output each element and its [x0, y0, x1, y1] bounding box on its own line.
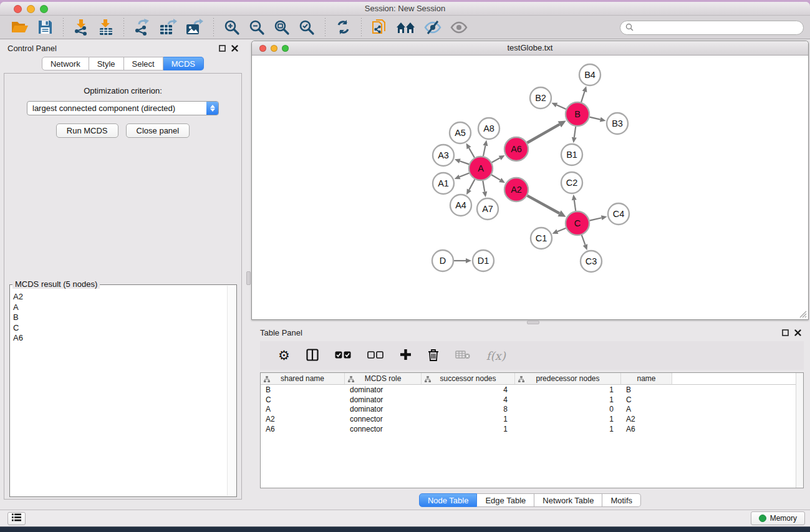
table-cell[interactable]: dominator [345, 404, 422, 414]
splitter-grip[interactable] [527, 321, 539, 324]
graph-edge-C-C1[interactable] [557, 228, 566, 232]
run-mcds-button[interactable]: Run MCDS [56, 123, 118, 138]
search-box[interactable] [620, 21, 804, 35]
zoom-selected-button[interactable] [294, 18, 319, 37]
import-table-button[interactable] [94, 17, 118, 37]
tab-style[interactable]: Style [89, 57, 124, 70]
horizontal-splitter[interactable] [251, 320, 809, 325]
graph-edge-A2-C[interactable] [528, 196, 560, 213]
splitter-grip[interactable] [246, 271, 251, 285]
show-log-button[interactable] [7, 512, 26, 525]
table-cell[interactable]: 4 [422, 385, 515, 395]
tab-edge-table[interactable]: Edge Table [477, 493, 534, 507]
result-list-item[interactable]: C [13, 323, 235, 334]
close-window-button[interactable] [14, 5, 22, 13]
export-table-button[interactable] [155, 17, 181, 37]
table-cell[interactable]: dominator [345, 395, 422, 405]
table-cell[interactable]: 1 [422, 414, 515, 424]
import-network-button[interactable] [69, 17, 94, 37]
minimize-window-button[interactable] [27, 5, 35, 13]
network-maximize-button[interactable] [282, 45, 289, 52]
maximize-window-button[interactable] [40, 5, 48, 13]
column-header-successor-nodes[interactable]: successor nodes [422, 373, 515, 385]
close-panel-icon-button[interactable] [231, 45, 238, 52]
column-header-name[interactable]: name [621, 373, 672, 385]
first-neighbors-button[interactable] [392, 19, 420, 36]
table-cell[interactable]: dominator [345, 385, 422, 395]
network-window-titlebar[interactable]: testGlobe.txt [252, 41, 808, 56]
graph-edge-B-B4[interactable] [581, 92, 584, 102]
graph-edge-B-B3[interactable] [589, 117, 600, 120]
table-cell[interactable]: A2 [621, 414, 672, 424]
table-cell[interactable]: A [621, 404, 672, 414]
table-cell[interactable]: A2 [261, 414, 345, 424]
column-header-mcds-role[interactable]: MCDS role [345, 373, 422, 385]
column-header-predecessor-nodes[interactable]: predecessor nodes [515, 373, 621, 385]
result-scrollbar[interactable] [227, 286, 236, 496]
save-session-button[interactable] [33, 18, 57, 36]
graph-edge-A-A5[interactable] [469, 148, 475, 157]
delete-columns-button[interactable] [420, 349, 447, 363]
function-builder-button[interactable]: f(x) [478, 349, 514, 362]
zoom-in-button[interactable] [219, 18, 244, 37]
network-minimize-button[interactable] [271, 45, 277, 52]
show-columns-button[interactable] [298, 349, 327, 363]
table-cell[interactable]: 1 [515, 385, 621, 395]
table-cell[interactable]: 1 [515, 424, 621, 434]
close-table-panel-button[interactable] [794, 329, 801, 336]
network-close-button[interactable] [259, 45, 266, 52]
table-cell[interactable]: C [261, 395, 345, 405]
graph-edge-B-B1[interactable] [574, 127, 576, 137]
result-list-item[interactable]: A6 [13, 333, 235, 344]
table-scrollbar[interactable] [796, 373, 803, 488]
table-cell[interactable]: 0 [515, 404, 621, 414]
export-network-button[interactable] [130, 17, 155, 37]
float-table-panel-button[interactable] [782, 329, 789, 336]
result-list-item[interactable]: A [13, 302, 235, 313]
zoom-fit-button[interactable] [269, 18, 294, 37]
result-list-item[interactable]: B [13, 312, 235, 323]
network-graph[interactable]: AA1A2A3A4A5A6A7A8BB1B2B3B4CC1C2C3C4DD1 [252, 56, 808, 319]
table-cell[interactable]: C [621, 395, 672, 405]
network-canvas[interactable]: AA1A2A3A4A5A6A7A8BB1B2B3B4CC1C2C3C4DD1 [252, 56, 808, 319]
zoom-out-button[interactable] [244, 18, 269, 37]
table-cell[interactable]: 1 [422, 424, 515, 434]
search-input[interactable] [637, 24, 798, 32]
new-network-from-selection-button[interactable] [367, 17, 392, 37]
table-cell[interactable]: B [621, 385, 672, 395]
table-settings-button[interactable]: ⚙ [270, 349, 298, 362]
table-cell[interactable]: B [261, 385, 345, 395]
table-cell[interactable]: A6 [621, 424, 672, 434]
column-header-shared-name[interactable]: shared name [261, 373, 345, 385]
graph-edge-B-B2[interactable] [557, 105, 566, 109]
tab-mcds[interactable]: MCDS [163, 57, 204, 70]
graph-edge-A-A6[interactable] [492, 158, 500, 162]
tab-motifs[interactable]: Motifs [602, 493, 641, 507]
close-panel-button[interactable]: Close panel [126, 123, 190, 138]
tab-network-table[interactable]: Network Table [534, 493, 602, 507]
graph-edge-A-A7[interactable] [483, 181, 485, 192]
table-cell[interactable]: 1 [515, 414, 621, 424]
result-list-item[interactable]: A2 [13, 292, 235, 302]
graph-edge-C-C4[interactable] [590, 218, 602, 220]
refresh-layout-button[interactable] [331, 18, 355, 36]
tab-node-table[interactable]: Node Table [419, 493, 478, 507]
graph-edge-A-A3[interactable] [460, 161, 469, 164]
vertical-splitter[interactable] [246, 39, 251, 510]
graph-edge-A-A4[interactable] [469, 180, 475, 190]
graph-edge-A-A8[interactable] [483, 145, 485, 156]
delete-table-button[interactable] [447, 350, 478, 361]
select-all-rows-button[interactable] [327, 351, 359, 360]
graph-edge-C-C2[interactable] [574, 200, 576, 211]
optimization-criterion-select[interactable]: largest connected component (directed) [27, 101, 219, 115]
tab-network[interactable]: Network [42, 57, 89, 70]
tab-select[interactable]: Select [124, 57, 163, 70]
graph-edge-A-A1[interactable] [460, 173, 469, 177]
table-cell[interactable]: 8 [422, 404, 515, 414]
table-cell[interactable]: A6 [261, 424, 345, 434]
deselect-all-rows-button[interactable] [359, 351, 392, 360]
table-cell[interactable]: 4 [422, 395, 515, 405]
float-panel-button[interactable] [219, 45, 226, 52]
export-image-button[interactable] [181, 17, 208, 37]
open-session-button[interactable] [6, 18, 33, 36]
